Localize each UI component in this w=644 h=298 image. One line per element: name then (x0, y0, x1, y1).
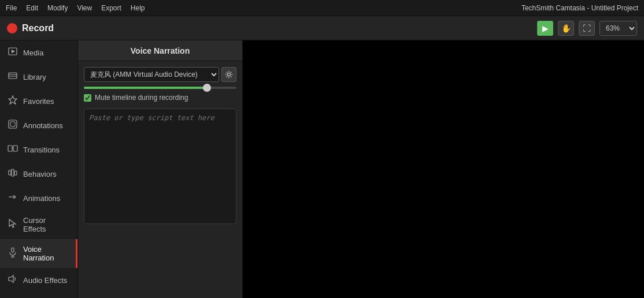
menu-edit[interactable]: Edit (26, 4, 38, 12)
annotations-icon (7, 119, 18, 132)
media-icon (7, 46, 18, 59)
sidebar-item-library[interactable]: Library (0, 65, 77, 89)
sidebar-item-favorites[interactable]: Favorites (0, 89, 77, 113)
sidebar: Media Library Favorites Annotations Tran… (0, 40, 78, 298)
menu-view[interactable]: View (77, 4, 92, 12)
zoom-select[interactable]: 63% 50% 75% 100% (599, 21, 637, 36)
sidebar-item-cursor-effects-label: Cursor Effects (23, 216, 71, 233)
svg-marker-19 (9, 275, 13, 282)
device-select[interactable]: 麦克风 (AMM Virtual Audio Device) (84, 67, 219, 82)
select-tool-button[interactable]: ▶ (537, 21, 553, 36)
volume-row (84, 87, 236, 89)
menu-export[interactable]: Export (101, 4, 121, 12)
svg-rect-11 (9, 170, 11, 175)
sidebar-item-audio-effects[interactable]: Audio Effects (0, 268, 77, 292)
device-settings-button[interactable] (221, 67, 236, 82)
record-label: Record (22, 23, 54, 33)
cursor-effects-icon (7, 218, 18, 231)
voice-narration-panel: Voice Narration 麦克风 (AMM Virtual Audio D… (78, 40, 243, 298)
record-left: Record (7, 23, 54, 33)
transitions-icon (7, 143, 18, 156)
device-row: 麦克风 (AMM Virtual Audio Device) (84, 67, 236, 82)
sidebar-item-behaviors[interactable]: Behaviors (0, 162, 77, 186)
sidebar-item-voice-narration-label: Voice Narration (23, 245, 71, 262)
svg-rect-7 (10, 122, 15, 126)
audio-effects-icon (7, 274, 18, 286)
svg-rect-9 (13, 146, 17, 151)
sidebar-item-annotations[interactable]: Annotations (0, 113, 77, 137)
svg-rect-12 (12, 169, 14, 176)
menu-file[interactable]: File (6, 4, 17, 12)
svg-marker-5 (9, 96, 17, 104)
sidebar-item-annotations-label: Annotations (23, 121, 63, 130)
sidebar-item-media-label: Media (23, 49, 43, 57)
svg-point-20 (228, 73, 231, 76)
mute-checkbox-row: Mute timeline during recording (84, 94, 236, 102)
menu-bar[interactable]: File Edit Modify View Export Help (6, 4, 145, 12)
canvas-area (243, 40, 644, 298)
record-dot (7, 23, 17, 33)
sidebar-item-animations-label: Animations (23, 194, 60, 203)
panel-content: 麦克风 (AMM Virtual Audio Device) Mute time… (78, 61, 242, 230)
sidebar-item-audio-effects-label: Audio Effects (23, 276, 67, 285)
panel-title: Voice Narration (78, 40, 242, 61)
svg-marker-15 (9, 219, 16, 228)
svg-rect-16 (12, 248, 14, 252)
mute-checkbox[interactable] (84, 94, 91, 102)
sidebar-item-transitions-label: Transitions (23, 146, 60, 154)
svg-rect-13 (14, 171, 17, 175)
sidebar-item-favorites-label: Favorites (23, 97, 54, 106)
sidebar-item-library-label: Library (23, 73, 46, 81)
title-bar: File Edit Modify View Export Help TechSm… (0, 0, 644, 16)
sidebar-item-behaviors-label: Behaviors (23, 170, 57, 178)
hand-tool-button[interactable]: ✋ (558, 21, 574, 36)
volume-track[interactable] (84, 87, 236, 89)
sidebar-item-voice-narration[interactable]: Voice Narration (0, 239, 77, 268)
record-right: ▶ ✋ ⛶ 63% 50% 75% 100% (537, 21, 637, 36)
volume-fill (84, 87, 206, 89)
crop-tool-button[interactable]: ⛶ (579, 21, 595, 36)
sidebar-item-transitions[interactable]: Transitions (0, 137, 77, 162)
sidebar-item-media[interactable]: Media (0, 40, 77, 65)
sidebar-item-cursor-effects[interactable]: Cursor Effects (0, 210, 77, 239)
app-title: TechSmith Camtasia - Untitled Project (521, 4, 638, 12)
svg-rect-6 (9, 120, 17, 128)
sidebar-item-animations[interactable]: Animations (0, 186, 77, 210)
favorites-icon (7, 95, 18, 107)
script-textarea[interactable] (84, 109, 236, 224)
main-area: Media Library Favorites Annotations Tran… (0, 40, 644, 298)
behaviors-icon (7, 167, 18, 180)
menu-help[interactable]: Help (131, 4, 145, 12)
svg-rect-8 (8, 146, 12, 151)
menu-modify[interactable]: Modify (47, 4, 68, 12)
record-bar: Record ▶ ✋ ⛶ 63% 50% 75% 100% (0, 16, 644, 40)
svg-marker-1 (12, 50, 15, 53)
mute-label: Mute timeline during recording (95, 94, 188, 102)
volume-thumb[interactable] (203, 84, 211, 92)
animations-icon (7, 192, 18, 204)
svg-rect-2 (9, 73, 17, 79)
library-icon (7, 70, 18, 83)
voice-narration-icon (7, 247, 18, 260)
